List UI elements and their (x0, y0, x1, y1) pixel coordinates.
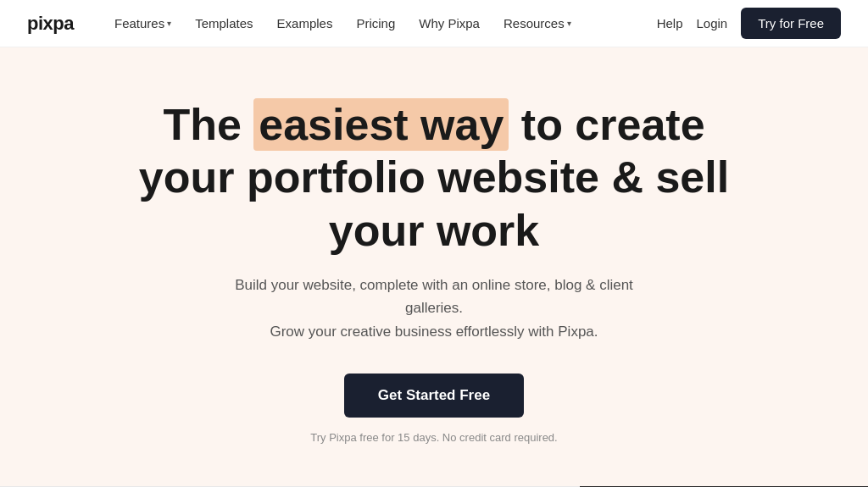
nav-features[interactable]: Features ▾ (104, 9, 181, 37)
nav-login-link[interactable]: Login (697, 16, 728, 30)
hero-section: The easiest way to create your portfolio… (0, 47, 868, 486)
hero-note: Try Pixpa free for 15 days. No credit ca… (17, 431, 851, 444)
hero-subtitle: Build your website, complete with an onl… (214, 274, 654, 343)
brand-logo[interactable]: pixpa (27, 13, 74, 35)
hero-cta-button[interactable]: Get Started Free (344, 374, 524, 418)
hero-title: The easiest way to create your portfolio… (112, 98, 756, 257)
nav-examples[interactable]: Examples (267, 9, 343, 37)
nav-why-pixpa[interactable]: Why Pixpa (409, 9, 490, 37)
chevron-down-icon: ▾ (167, 19, 171, 28)
nav-pricing[interactable]: Pricing (346, 9, 405, 37)
nav-links: Features ▾ Templates Examples Pricing Wh… (104, 9, 657, 37)
nav-resources[interactable]: Resources ▾ (493, 9, 581, 37)
hero-highlight-text: easiest way (253, 98, 509, 151)
nav-help-link[interactable]: Help (657, 16, 683, 30)
chevron-down-icon: ▾ (567, 19, 571, 28)
navbar: pixpa Features ▾ Templates Examples Pric… (0, 0, 868, 47)
nav-templates[interactable]: Templates (185, 9, 263, 37)
nav-right: Help Login Try for Free (657, 8, 841, 39)
nav-try-button[interactable]: Try for Free (741, 8, 841, 39)
